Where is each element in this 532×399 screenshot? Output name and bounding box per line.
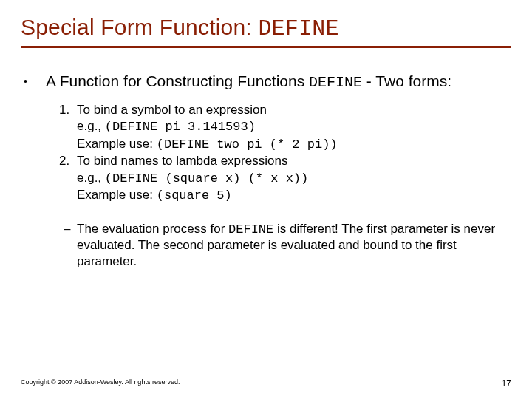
item-number: 1. <box>59 102 77 153</box>
slide: Special Form Function: DEFINE • A Functi… <box>0 0 532 399</box>
lead-part2: - Two forms: <box>362 72 451 89</box>
item-body: To bind a symbol to an expression e.g., … <box>77 102 511 153</box>
lead-text: A Function for Constructing Functions DE… <box>46 72 451 92</box>
ordered-list: 1. To bind a symbol to an expression e.g… <box>59 102 511 205</box>
item-line3-label: Example use: <box>77 188 157 202</box>
item-body: To bind names to lambda expressions e.g.… <box>77 153 511 204</box>
list-item: 2. To bind names to lambda expressions e… <box>59 153 511 204</box>
title-text: Special Form Function: <box>21 15 258 39</box>
sub-body: The evaluation process for DEFINE is dif… <box>77 221 511 270</box>
title-rule <box>21 46 511 48</box>
item-line2-label: e.g., <box>77 119 105 133</box>
item-line2-code: (DEFINE (square x) (* x x)) <box>105 171 308 185</box>
lead-part1: A Function for Constructing Functions <box>46 72 309 89</box>
title-code: DEFINE <box>258 16 338 41</box>
footer: Copyright © 2007 Addison-Wesley. All rig… <box>21 378 511 389</box>
bullet-dot-icon: • <box>22 72 46 92</box>
item-line2-label: e.g., <box>77 171 105 185</box>
lead-code: DEFINE <box>309 74 362 91</box>
item-line3-code: (DEFINE two_pi (* 2 pi)) <box>157 137 338 151</box>
item-line2-code: (DEFINE pi 3.141593) <box>105 120 256 134</box>
page-number: 17 <box>502 378 511 389</box>
dash-icon: – <box>64 221 77 270</box>
lead-bullet: • A Function for Constructing Functions … <box>22 72 511 92</box>
slide-title: Special Form Function: DEFINE <box>21 15 511 41</box>
list-item: 1. To bind a symbol to an expression e.g… <box>59 102 511 153</box>
item-line3-code: (square 5) <box>157 188 232 202</box>
item-number: 2. <box>59 153 77 204</box>
sub-bullet: – The evaluation process for DEFINE is d… <box>64 221 511 270</box>
copyright-text: Copyright © 2007 Addison-Wesley. All rig… <box>21 378 180 389</box>
item-line3-label: Example use: <box>77 137 157 151</box>
item-line1: To bind names to lambda expressions <box>77 154 287 168</box>
item-line1: To bind a symbol to an expression <box>77 103 267 117</box>
sub-code: DEFINE <box>228 222 273 236</box>
sub-text1: The evaluation process for <box>77 222 228 236</box>
